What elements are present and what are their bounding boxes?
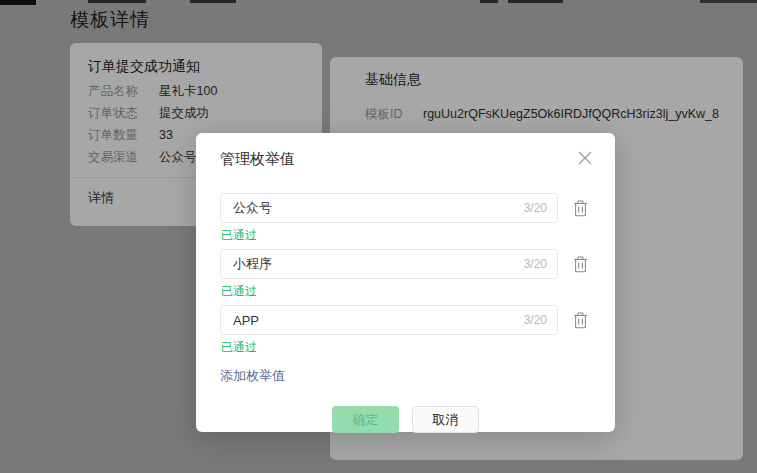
enum-input-box: 3/20 (220, 249, 558, 279)
delete-enum-button[interactable] (569, 308, 591, 332)
close-button[interactable] (574, 147, 596, 169)
char-counter: 3/20 (524, 257, 547, 271)
confirm-button[interactable]: 确定 (332, 406, 399, 433)
char-counter: 3/20 (524, 201, 547, 215)
close-icon (577, 150, 593, 166)
enum-input-box: 3/20 (220, 193, 558, 223)
cancel-button[interactable]: 取消 (412, 406, 479, 433)
enum-row: 3/20 (220, 305, 591, 335)
trash-icon (573, 200, 588, 217)
trash-icon (573, 312, 588, 329)
enum-status-badge: 已通过 (221, 340, 591, 354)
delete-enum-button[interactable] (569, 196, 591, 220)
modal-title: 管理枚举值 (220, 149, 591, 169)
enum-value-input[interactable] (233, 313, 516, 328)
enum-row: 3/20 (220, 249, 591, 279)
add-enum-link[interactable]: 添加枚举值 (220, 367, 285, 385)
enum-status-badge: 已通过 (221, 228, 591, 242)
screen: 模板详情 订单提交成功通知 产品名称 星礼卡100 订单状态 提交成功 订单数量… (0, 0, 757, 473)
modal-footer: 确定 取消 (220, 406, 591, 433)
enum-input-box: 3/20 (220, 305, 558, 335)
trash-icon (573, 256, 588, 273)
enum-value-input[interactable] (233, 257, 516, 272)
manage-enum-modal: 管理枚举值 3/20 (196, 133, 615, 432)
enum-value-input[interactable] (233, 201, 516, 216)
enum-status-badge: 已通过 (221, 284, 591, 298)
enum-row: 3/20 (220, 193, 591, 223)
delete-enum-button[interactable] (569, 252, 591, 276)
enum-list: 3/20 已通过 3/20 (220, 193, 591, 385)
char-counter: 3/20 (524, 313, 547, 327)
